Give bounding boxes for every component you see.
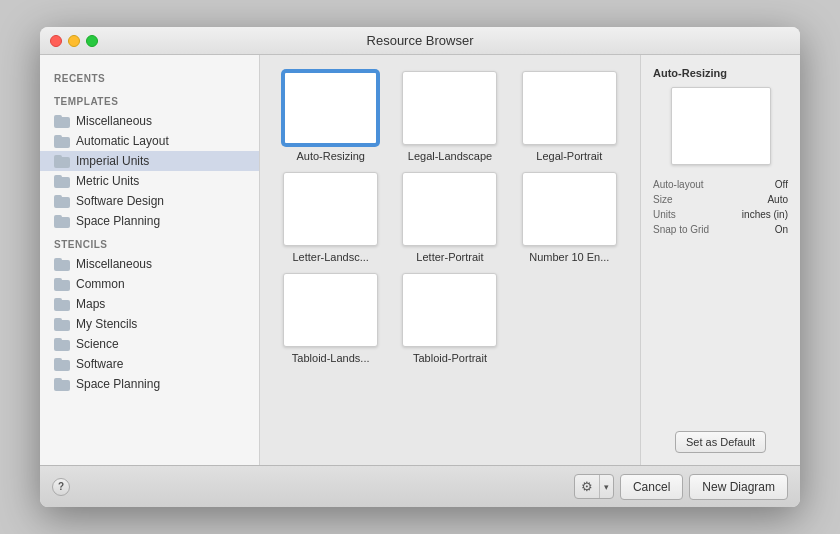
info-value-size: Auto — [767, 194, 788, 205]
folder-icon — [54, 278, 70, 291]
template-thumbnail — [283, 273, 378, 347]
sidebar: RECENTS TEMPLATES Miscellaneous Automati… — [40, 55, 260, 465]
sidebar-item-label: My Stencils — [76, 317, 137, 331]
info-row-auto-layout: Auto-layout Off — [653, 179, 788, 190]
info-value-units: inches (in) — [742, 209, 788, 220]
info-label-auto-layout: Auto-layout — [653, 179, 704, 190]
bottom-bar: ? ⚙ ▾ Cancel New Diagram — [40, 465, 800, 507]
chevron-down-icon: ▾ — [600, 478, 613, 496]
info-row-snap-to-grid: Snap to Grid On — [653, 224, 788, 235]
folder-icon — [54, 215, 70, 228]
sidebar-item-stencil-common[interactable]: Common — [40, 274, 259, 294]
cancel-button[interactable]: Cancel — [620, 474, 683, 500]
template-thumbnail — [283, 71, 378, 145]
sidebar-item-miscellaneous[interactable]: Miscellaneous — [40, 111, 259, 131]
maximize-button[interactable] — [86, 35, 98, 47]
template-item-number-10-en[interactable]: Number 10 En... — [515, 172, 624, 263]
template-label: Number 10 En... — [529, 251, 609, 263]
info-row-units: Units inches (in) — [653, 209, 788, 220]
sidebar-item-software-design[interactable]: Software Design — [40, 191, 259, 211]
recents-header: RECENTS — [40, 65, 259, 88]
folder-icon — [54, 175, 70, 188]
stencils-header: STENCILS — [40, 231, 259, 254]
template-item-letter-portrait[interactable]: Letter-Portrait — [395, 172, 504, 263]
resource-browser-window: Resource Browser RECENTS TEMPLATES Misce… — [40, 27, 800, 507]
folder-icon — [54, 298, 70, 311]
folder-icon — [54, 135, 70, 148]
preview-thumbnail — [671, 87, 771, 165]
sidebar-item-stencil-space-planning[interactable]: Space Planning — [40, 374, 259, 394]
sidebar-item-label: Metric Units — [76, 174, 139, 188]
template-thumbnail — [402, 71, 497, 145]
sidebar-item-label: Space Planning — [76, 377, 160, 391]
right-panel-title: Auto-Resizing — [653, 67, 727, 79]
traffic-lights — [50, 35, 98, 47]
folder-icon — [54, 258, 70, 271]
folder-icon — [54, 378, 70, 391]
sidebar-item-label: Space Planning — [76, 214, 160, 228]
info-row-size: Size Auto — [653, 194, 788, 205]
sidebar-item-metric-units[interactable]: Metric Units — [40, 171, 259, 191]
info-label-snap: Snap to Grid — [653, 224, 709, 235]
template-label: Legal-Portrait — [536, 150, 602, 162]
template-label: Auto-Resizing — [296, 150, 364, 162]
sidebar-item-stencil-software[interactable]: Software — [40, 354, 259, 374]
template-thumbnail — [522, 71, 617, 145]
gear-icon: ⚙ — [575, 475, 600, 498]
template-label: Tabloid-Lands... — [292, 352, 370, 364]
templates-header: TEMPLATES — [40, 88, 259, 111]
minimize-button[interactable] — [68, 35, 80, 47]
sidebar-item-label: Science — [76, 337, 119, 351]
template-label: Tabloid-Portrait — [413, 352, 487, 364]
info-label-size: Size — [653, 194, 672, 205]
sidebar-item-stencil-maps[interactable]: Maps — [40, 294, 259, 314]
template-item-tabloid-portrait[interactable]: Tabloid-Portrait — [395, 273, 504, 364]
info-label-units: Units — [653, 209, 676, 220]
sidebar-item-label: Automatic Layout — [76, 134, 169, 148]
gear-dropdown[interactable]: ⚙ ▾ — [574, 474, 614, 499]
template-item-auto-resizing[interactable]: Auto-Resizing — [276, 71, 385, 162]
template-label: Letter-Landsc... — [292, 251, 368, 263]
sidebar-item-imperial-units[interactable]: Imperial Units — [40, 151, 259, 171]
folder-icon — [54, 358, 70, 371]
folder-icon — [54, 195, 70, 208]
sidebar-item-automatic-layout[interactable]: Automatic Layout — [40, 131, 259, 151]
folder-icon — [54, 115, 70, 128]
titlebar: Resource Browser — [40, 27, 800, 55]
info-value-snap: On — [775, 224, 788, 235]
template-grid: Auto-Resizing Legal-Landscape Legal-Port… — [260, 55, 640, 465]
template-item-legal-portrait[interactable]: Legal-Portrait — [515, 71, 624, 162]
folder-icon — [54, 338, 70, 351]
sidebar-item-stencil-miscellaneous[interactable]: Miscellaneous — [40, 254, 259, 274]
info-value-auto-layout: Off — [775, 179, 788, 190]
template-label: Letter-Portrait — [416, 251, 483, 263]
sidebar-item-label: Software — [76, 357, 123, 371]
template-label: Legal-Landscape — [408, 150, 492, 162]
template-thumbnail — [522, 172, 617, 246]
template-thumbnail — [402, 273, 497, 347]
right-panel: Auto-Resizing Auto-layout Off Size Auto … — [640, 55, 800, 465]
sidebar-item-label: Software Design — [76, 194, 164, 208]
help-button[interactable]: ? — [52, 478, 70, 496]
template-item-letter-landscape[interactable]: Letter-Landsc... — [276, 172, 385, 263]
template-thumbnail — [283, 172, 378, 246]
sidebar-item-space-planning[interactable]: Space Planning — [40, 211, 259, 231]
sidebar-item-stencil-science[interactable]: Science — [40, 334, 259, 354]
sidebar-item-label: Miscellaneous — [76, 114, 152, 128]
set-as-default-button[interactable]: Set as Default — [675, 431, 766, 453]
new-diagram-button[interactable]: New Diagram — [689, 474, 788, 500]
template-item-tabloid-landscape[interactable]: Tabloid-Lands... — [276, 273, 385, 364]
main-area: Auto-Resizing Legal-Landscape Legal-Port… — [260, 55, 640, 465]
sidebar-item-stencil-my-stencils[interactable]: My Stencils — [40, 314, 259, 334]
info-table: Auto-layout Off Size Auto Units inches (… — [653, 179, 788, 239]
sidebar-item-label: Maps — [76, 297, 105, 311]
template-thumbnail — [402, 172, 497, 246]
sidebar-item-label: Miscellaneous — [76, 257, 152, 271]
content-area: RECENTS TEMPLATES Miscellaneous Automati… — [40, 55, 800, 465]
sidebar-item-label: Common — [76, 277, 125, 291]
folder-icon — [54, 318, 70, 331]
sidebar-item-label: Imperial Units — [76, 154, 149, 168]
template-item-legal-landscape[interactable]: Legal-Landscape — [395, 71, 504, 162]
window-title: Resource Browser — [367, 33, 474, 48]
close-button[interactable] — [50, 35, 62, 47]
